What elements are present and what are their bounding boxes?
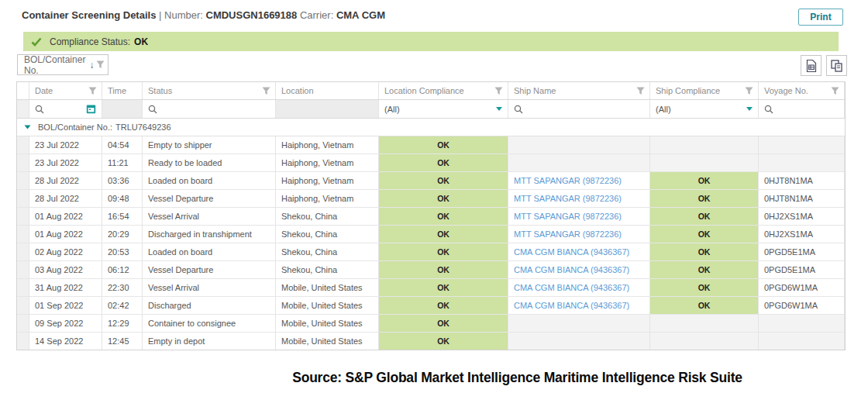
page-title: Container Screening Details | Number: CM… [22,9,385,21]
funnel-icon[interactable] [262,87,270,95]
table-row: 02 Aug 202220:53Loaded on boardShekou, C… [17,243,845,261]
screening-events-table: Date Time Status Location Location Compl… [16,81,846,350]
ship-link[interactable]: MTT SAPANGAR (9872236) [514,229,622,239]
cell-location: Shekou, China [276,226,379,243]
cell-ship-compliance: OK [650,297,759,314]
cell-ship-name: CMA CGM BIANCA (9436367) [508,243,650,260]
ship-link[interactable]: CMA CGM BIANCA (9436367) [514,247,629,257]
funnel-icon[interactable] [831,87,839,95]
ship-link[interactable]: MTT SAPANGAR (9872236) [514,212,622,221]
compliance-status-banner: Compliance Status: OK [23,32,839,51]
chevron-down-icon [496,107,502,111]
cell-location: Mobile, United States [276,315,379,332]
cell-location: Mobile, United States [276,297,379,314]
funnel-icon[interactable] [636,87,645,95]
print-button[interactable]: Print [798,9,843,26]
cell-indent [17,315,29,332]
cell-indent [17,172,29,189]
column-header-location[interactable]: Location [276,82,379,99]
ship-link[interactable]: MTT SAPANGAR (9872236) [514,176,622,185]
cell-location-compliance: OK [379,243,508,260]
cell-status: Loaded on board [143,172,276,189]
ship-name-filter-input[interactable] [508,100,650,118]
cell-status: Discharged [143,297,276,314]
cell-voyage: 0HJT8N1MA [759,172,845,189]
cell-ship-compliance [650,333,759,350]
export-button[interactable] [801,55,822,76]
column-header-status[interactable]: Status [143,82,276,99]
copy-button[interactable] [826,55,847,76]
cell-date: 01 Sep 2022 [29,297,102,314]
compliance-status-value: OK [134,36,148,47]
column-header-time[interactable]: Time [102,82,143,99]
arrow-down-icon: ↓ [89,60,94,71]
header-indent-cell [17,82,29,99]
column-header-ship-compliance[interactable]: Ship Compliance [650,82,759,99]
ship-link[interactable]: CMA CGM BIANCA (9436367) [514,283,629,292]
column-header-location-compliance[interactable]: Location Compliance [379,82,508,99]
group-by-chip[interactable]: BOL/Container No. ↓ [17,54,108,75]
cell-date: 28 Jul 2022 [29,190,102,207]
group-row-value: TRLU7649236 [115,122,171,132]
number-label: Number: [164,9,203,21]
location-compliance-filter-select[interactable]: (All) [379,100,508,118]
table-row: 03 Aug 202206:12Vessel DepartureShekou, … [17,261,845,279]
column-header-date[interactable]: Date [29,82,102,99]
status-filter-input[interactable] [143,100,276,118]
title-separator: | [159,9,161,21]
cell-indent [17,136,29,153]
cell-time: 04:54 [102,136,143,153]
magnifier-icon [35,105,44,114]
cell-location: Mobile, United States [276,279,379,296]
cell-location-compliance: OK [379,172,508,189]
ship-compliance-filter-select[interactable]: (All) [650,100,759,118]
cell-time: 20:53 [102,243,143,260]
ship-link[interactable]: MTT SAPANGAR (9872236) [514,194,622,203]
cell-ship-compliance [650,136,759,153]
cell-location: Mobile, United States [276,333,379,350]
cell-date: 01 Aug 2022 [29,208,102,225]
voyage-filter-input[interactable] [759,100,845,118]
table-row: 31 Aug 202222:30Vessel ArrivalMobile, Un… [17,279,845,297]
magnifier-icon [514,105,523,114]
cell-ship-name: CMA CGM BIANCA (9436367) [508,279,650,296]
cell-status: Ready to be loaded [143,154,276,171]
cell-time: 16:54 [102,208,143,225]
magnifier-icon [148,105,157,114]
group-chip-label: BOL/Container No. [24,54,85,76]
cell-indent [17,154,29,171]
cell-ship-name [508,315,650,332]
column-header-voyage[interactable]: Voyage No. [759,82,845,99]
cell-date: 09 Sep 2022 [29,315,102,332]
cell-indent [17,279,29,296]
title-text: Container Screening Details [22,9,156,21]
cell-ship-name [508,333,650,350]
funnel-icon[interactable] [494,87,503,95]
chevron-down-icon [746,107,753,111]
cell-date: 03 Aug 2022 [29,261,102,278]
collapse-arrow-icon[interactable] [24,125,31,129]
table-row: 23 Jul 202211:21Ready to be loadedHaipho… [17,154,845,172]
cell-indent [17,297,29,314]
cell-time: 11:21 [102,154,143,171]
table-row: 28 Jul 202203:36Loaded on boardHaiphong,… [17,172,845,190]
cell-indent [17,333,29,350]
cell-location-compliance: OK [379,315,508,332]
cell-ship-name: CMA CGM BIANCA (9436367) [508,261,650,278]
cell-location-compliance: OK [379,136,508,153]
ship-link[interactable]: CMA CGM BIANCA (9436367) [514,265,629,274]
cell-ship-compliance [650,315,759,332]
funnel-icon[interactable] [88,87,97,95]
ship-link[interactable]: CMA CGM BIANCA (9436367) [514,301,629,310]
magnifier-icon [764,105,773,114]
cell-time: 09:48 [102,190,143,207]
date-filter-input[interactable] [29,100,102,118]
cell-location-compliance: OK [379,297,508,314]
cell-ship-name: MTT SAPANGAR (9872236) [508,208,650,225]
calendar-icon[interactable] [86,104,96,114]
cell-ship-compliance: OK [650,261,759,278]
cell-ship-name: CMA CGM BIANCA (9436367) [508,297,650,314]
funnel-icon[interactable] [745,87,753,95]
column-header-ship-name[interactable]: Ship Name [508,82,650,99]
container-screening-page: Container Screening Details | Number: CM… [0,0,868,400]
